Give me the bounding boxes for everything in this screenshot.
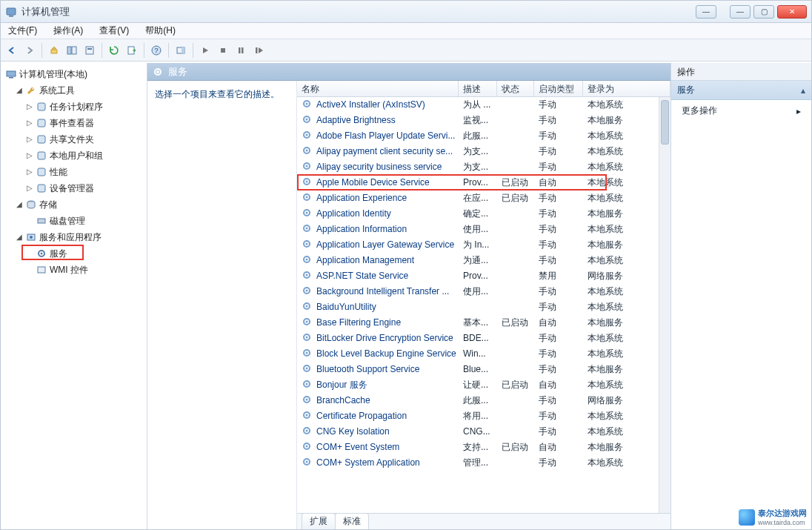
expand-icon[interactable]: ▷ (26, 99, 33, 114)
nav-forward-button[interactable] (21, 42, 38, 59)
service-row[interactable]: Apple Mobile Device Service Prov... 已启动 … (297, 175, 670, 191)
service-startup: 手动 (534, 99, 583, 111)
service-row[interactable]: Alipay payment client security se... 为支.… (297, 144, 670, 159)
nav-back-button[interactable] (4, 42, 20, 59)
service-row[interactable]: ASP.NET State Service Prov... 禁用 网络服务 (297, 268, 670, 284)
tree-item[interactable]: ▷ 共享文件夹 (24, 131, 145, 148)
tree-item[interactable]: ▷ 本地用户和组 (24, 148, 145, 164)
properties-button[interactable] (81, 42, 98, 59)
pause-button[interactable] (233, 42, 249, 59)
scroll-thumb[interactable] (661, 100, 669, 145)
service-row[interactable]: Bluetooth Support Service Blue... 手动 本地服… (297, 362, 670, 377)
menu-view[interactable]: 查看(V) (95, 23, 133, 39)
service-row[interactable]: BaiduYunUtility 手动 本地系统 (297, 299, 670, 315)
service-row[interactable]: Adaptive Brightness 监视... 手动 本地服务 (297, 113, 670, 128)
minimize-button-extra[interactable]: — (696, 5, 716, 19)
service-row[interactable]: CNG Key Isolation CNG... 手动 本地系统 (297, 424, 670, 440)
tab-extended[interactable]: 扩展 (302, 513, 336, 529)
close-button[interactable]: ✕ (777, 5, 807, 19)
vertical-scrollbar[interactable]: ▲ ▼ (659, 97, 670, 529)
service-status: 已启动 (497, 176, 534, 189)
col-status[interactable]: 状态 (497, 81, 534, 96)
service-row[interactable]: Application Identity 确定... 手动 本地服务 (297, 206, 670, 222)
service-startup: 禁用 (534, 270, 583, 282)
svg-point-28 (41, 253, 43, 255)
tab-standard[interactable]: 标准 (335, 513, 369, 529)
menu-action[interactable]: 操作(A) (49, 23, 87, 39)
service-row[interactable]: Certificate Propagation 将用... 手动 本地系统 (297, 408, 670, 424)
expand-icon[interactable]: ▷ (26, 116, 33, 130)
tree-item[interactable]: ▷ 任务计划程序 (24, 99, 145, 115)
tree-item[interactable]: ▷ 性能 (24, 164, 145, 180)
service-row[interactable]: BitLocker Drive Encryption Service BDE..… (297, 331, 670, 346)
service-row[interactable]: Application Management 为通... 手动 本地系统 (297, 253, 670, 268)
export-list-button[interactable] (124, 42, 140, 59)
services-list[interactable]: 名称 描述 状态 启动类型 登录为 ActiveX Installer (AxI… (297, 81, 670, 529)
tree-system-tools[interactable]: ◢ 系统工具 (14, 82, 145, 99)
collapse-icon[interactable]: ◢ (16, 83, 23, 98)
menu-help[interactable]: 帮助(H) (141, 23, 180, 39)
service-row[interactable]: Background Intelligent Transfer ... 使用..… (297, 284, 670, 299)
collapse-icon[interactable]: ◢ (16, 197, 23, 212)
minimize-button[interactable]: — (730, 5, 751, 19)
service-row[interactable]: BranchCache 此服... 手动 网络服务 (297, 393, 670, 408)
action-pane-button[interactable] (173, 42, 189, 59)
svg-point-57 (306, 290, 308, 292)
service-row[interactable]: Bonjour 服务 让硬... 已启动 自动 本地系统 (297, 377, 670, 393)
actions-section-header[interactable]: 服务 ▴ (671, 81, 811, 100)
service-row[interactable]: ActiveX Installer (AxInstSV) 为从 ... 手动 本… (297, 97, 670, 113)
service-status: 已启动 (497, 379, 534, 391)
svg-rect-17 (38, 103, 45, 110)
tree-item[interactable]: ▷ 设备管理器 (24, 180, 145, 196)
service-row[interactable]: COM+ Event System 支持... 已启动 自动 本地服务 (297, 440, 670, 455)
play-button[interactable] (197, 42, 213, 59)
column-headers[interactable]: 名称 描述 状态 启动类型 登录为 (297, 81, 670, 97)
tree-storage[interactable]: ◢ 存储 (14, 196, 145, 213)
menu-file[interactable]: 文件(F) (4, 23, 41, 39)
restart-button[interactable] (250, 42, 267, 59)
collapse-icon[interactable]: ▴ (801, 85, 805, 96)
tree-services[interactable]: 服务 (24, 245, 145, 262)
tree-root[interactable]: 计算机管理(本地) (4, 66, 145, 82)
service-startup: 手动 (534, 192, 583, 205)
tree-item[interactable]: ▷ 事件查看器 (24, 115, 145, 131)
tree-services-apps[interactable]: ◢ 服务和应用程序 (14, 229, 145, 245)
service-row[interactable]: COM+ System Application 管理... 手动 本地系统 (297, 455, 670, 471)
disk-icon (36, 215, 47, 227)
service-row[interactable]: Alipay security business service 为支... 手… (297, 159, 670, 175)
col-startup[interactable]: 启动类型 (534, 81, 583, 96)
expand-icon[interactable]: ▷ (26, 181, 33, 196)
svg-rect-0 (7, 8, 16, 15)
service-row[interactable]: Block Level Backup Engine Service Win...… (297, 346, 670, 362)
stop-button[interactable] (215, 42, 231, 59)
svg-rect-18 (38, 119, 45, 127)
show-hide-tree-button[interactable] (64, 42, 80, 59)
service-row[interactable]: Application Experience 在应... 已启动 手动 本地系统 (297, 191, 670, 206)
console-tree[interactable]: 计算机管理(本地) ◢ 系统工具 ▷ 任务计划程序 ▷ (1, 63, 147, 529)
svg-rect-5 (87, 48, 92, 50)
actions-more-link[interactable]: 更多操作 ▸ (671, 100, 811, 122)
gear-icon (302, 145, 313, 157)
svg-point-61 (306, 321, 308, 323)
up-level-button[interactable] (46, 42, 62, 59)
tree-item[interactable]: 磁盘管理 (24, 213, 145, 229)
col-desc[interactable]: 描述 (459, 81, 497, 96)
service-row[interactable]: Base Filtering Engine 基本... 已启动 自动 本地服务 (297, 315, 670, 331)
expand-icon[interactable]: ▷ (26, 132, 33, 147)
service-row[interactable]: Application Layer Gateway Service 为 In..… (297, 237, 670, 253)
help-button[interactable]: ? (148, 42, 164, 59)
service-row[interactable]: Application Information 使用... 手动 本地系统 (297, 222, 670, 237)
maximize-button[interactable]: ▢ (753, 5, 774, 19)
col-logon[interactable]: 登录为 (583, 81, 670, 96)
service-row[interactable]: Adobe Flash Player Update Servi... 此服...… (297, 128, 670, 144)
service-startup: 自动 (534, 317, 583, 329)
wrench-icon (25, 85, 37, 96)
refresh-button[interactable] (106, 42, 122, 59)
service-startup: 手动 (534, 425, 583, 438)
expand-icon[interactable]: ▷ (26, 148, 33, 163)
tree-wmi[interactable]: WMI 控件 (24, 262, 145, 278)
col-name[interactable]: 名称 (297, 81, 459, 96)
collapse-icon[interactable]: ◢ (16, 230, 23, 245)
expand-icon[interactable]: ▷ (26, 165, 33, 179)
service-logon: 本地系统 (583, 379, 670, 391)
